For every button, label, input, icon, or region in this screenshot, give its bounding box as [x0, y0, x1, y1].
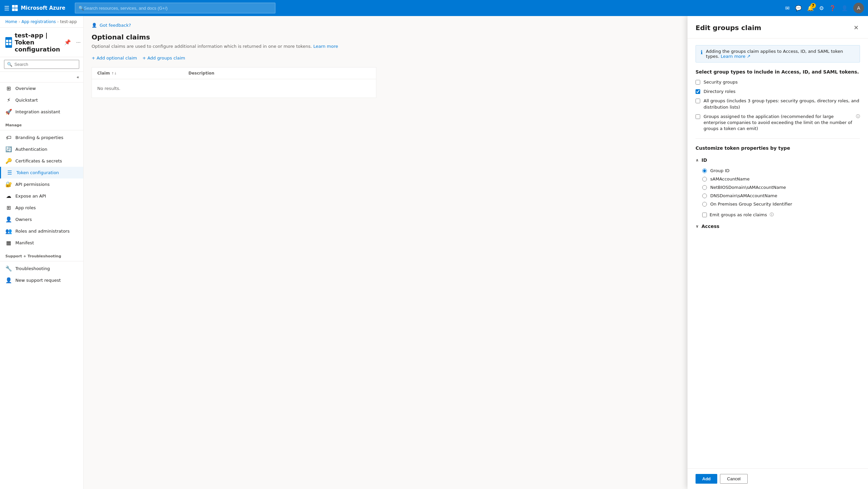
group-id-label[interactable]: Group ID: [710, 168, 730, 173]
panel-learn-more-link[interactable]: Learn more ↗: [721, 54, 750, 59]
sidebar-item-certificates[interactable]: 🔑 Certificates & secrets: [0, 155, 83, 167]
checkbox-directory-roles: Directory roles: [695, 89, 860, 95]
user-avatar[interactable]: A: [853, 3, 864, 13]
sam-account-radio[interactable]: [702, 177, 707, 182]
hamburger-icon[interactable]: ☰: [4, 5, 9, 12]
manage-divider: [0, 130, 83, 130]
notification-icon[interactable]: 🔔 7: [807, 5, 814, 11]
sidebar-item-api-permissions[interactable]: 🔐 API permissions: [0, 179, 83, 190]
info-banner: ℹ Adding the groups claim applies to Acc…: [695, 45, 860, 62]
app-name: Microsoft Azure: [21, 5, 65, 11]
group-types-label: Select group types to include in Access,…: [695, 69, 860, 74]
learn-more-link[interactable]: Learn more: [313, 44, 338, 49]
page-title-icon: [5, 37, 12, 48]
feedback2-icon[interactable]: 👤: [841, 5, 848, 11]
groups-assigned-info-icon[interactable]: ⓘ: [856, 114, 860, 119]
support-section-label: Support + Troubleshooting: [0, 249, 83, 260]
directory-roles-label[interactable]: Directory roles: [704, 89, 735, 95]
dns-radio[interactable]: [702, 193, 707, 198]
action-bar: + Add optional claim + Add groups claim: [92, 56, 376, 61]
breadcrumb-sep-2: ›: [57, 20, 59, 24]
sidebar-search-field[interactable]: 🔍: [4, 60, 79, 69]
sidebar-item-expose-api[interactable]: ☁ Expose an API: [0, 190, 83, 202]
sidebar-item-troubleshooting[interactable]: 🔧 Troubleshooting: [0, 263, 83, 274]
more-button[interactable]: ···: [75, 38, 82, 47]
emit-groups-label[interactable]: Emit groups as role claims: [710, 212, 767, 217]
page-title-bar: test-app | Token configuration 📌 ···: [0, 28, 83, 57]
on-premises-label[interactable]: On Premises Group Security Identifier: [710, 202, 792, 207]
sidebar-item-manifest[interactable]: ▦ Manifest: [0, 237, 83, 249]
netbios-radio[interactable]: [702, 185, 707, 190]
sidebar-item-label: Integration assistant: [16, 109, 60, 114]
breadcrumb-home[interactable]: Home: [5, 20, 17, 24]
cancel-button[interactable]: Cancel: [720, 474, 747, 484]
customize-label: Customize token properties by type: [695, 145, 860, 151]
groups-assigned-label[interactable]: Groups assigned to the application (reco…: [704, 114, 852, 132]
sidebar-item-label: Troubleshooting: [16, 266, 50, 271]
sidebar-collapse-button[interactable]: «: [0, 72, 83, 83]
section-description: Optional claims are used to configure ad…: [92, 44, 376, 49]
emit-groups-checkbox[interactable]: [702, 213, 707, 217]
panel-divider: [695, 139, 860, 139]
security-groups-checkbox[interactable]: [695, 80, 700, 85]
branding-icon: 🏷: [5, 134, 12, 141]
panel-body: ℹ Adding the groups claim applies to Acc…: [687, 38, 868, 468]
breadcrumb-app-reg[interactable]: App registrations: [21, 20, 56, 24]
sidebar-item-roles-admin[interactable]: 👥 Roles and administrators: [0, 225, 83, 237]
sidebar-item-app-roles[interactable]: ⊞ App roles: [0, 202, 83, 214]
sidebar-item-integration[interactable]: 🚀 Integration assistant: [0, 106, 83, 118]
overview-icon: ⊞: [5, 85, 12, 92]
access-section: ∨ Access: [695, 222, 860, 231]
security-groups-label[interactable]: Security groups: [704, 79, 738, 85]
global-search-input[interactable]: [84, 6, 272, 11]
panel-footer: Add Cancel: [687, 468, 868, 489]
panel-close-button[interactable]: ✕: [852, 23, 860, 33]
checkbox-all-groups: All groups (includes 3 group types: secu…: [695, 98, 860, 110]
sidebar-item-authentication[interactable]: 🔄 Authentication: [0, 143, 83, 155]
id-section-header[interactable]: ∧ ID: [695, 155, 860, 165]
all-groups-label[interactable]: All groups (includes 3 group types: secu…: [704, 98, 860, 110]
add-button[interactable]: Add: [695, 474, 717, 484]
sidebar-item-overview[interactable]: ⊞ Overview: [0, 83, 83, 94]
expose-icon: ☁: [5, 193, 12, 199]
sidebar-item-new-support[interactable]: 👤 New support request: [0, 274, 83, 286]
sidebar-item-quickstart[interactable]: ⚡ Quickstart: [0, 94, 83, 106]
radio-on-premises: On Premises Group Security Identifier: [702, 202, 860, 207]
help-icon[interactable]: ❓: [829, 5, 836, 11]
table-empty-message: No results.: [92, 79, 376, 98]
sidebar-item-label: Token configuration: [17, 170, 59, 175]
breadcrumb-current: test-app: [60, 20, 77, 24]
email-icon[interactable]: ✉: [785, 5, 789, 11]
page-title: test-app | Token configuration: [15, 32, 60, 53]
add-groups-claim-link[interactable]: + Add groups claim: [143, 56, 185, 61]
owners-icon: 👤: [5, 216, 12, 223]
sidebar-search-input[interactable]: [14, 62, 76, 67]
sam-account-label[interactable]: sAMAccountName: [710, 177, 750, 182]
breadcrumb-sep-1: ›: [19, 20, 20, 24]
on-premises-radio[interactable]: [702, 202, 707, 207]
troubleshooting-icon: 🔧: [5, 265, 12, 272]
sidebar-item-owners[interactable]: 👤 Owners: [0, 214, 83, 225]
directory-roles-checkbox[interactable]: [695, 89, 700, 94]
access-section-header[interactable]: ∨ Access: [695, 224, 860, 229]
claim-column-header[interactable]: Claim ↑↓: [97, 71, 188, 75]
all-groups-checkbox[interactable]: [695, 99, 700, 103]
feedback-bar: 👤 Got feedback?: [92, 23, 376, 28]
group-id-radio[interactable]: [702, 169, 707, 173]
settings-icon[interactable]: ⚙: [819, 5, 824, 11]
groups-assigned-checkbox[interactable]: [695, 114, 700, 119]
netbios-label[interactable]: NetBIOSDomain\sAMAccountName: [710, 185, 786, 190]
add-optional-claim-link[interactable]: + Add optional claim: [92, 56, 137, 61]
emit-groups-info-icon[interactable]: ⓘ: [770, 212, 774, 218]
pin-button[interactable]: 📌: [63, 38, 72, 47]
sidebar-item-branding[interactable]: 🏷 Branding & properties: [0, 132, 83, 143]
sidebar-item-token-configuration[interactable]: ☰ Token configuration: [0, 167, 83, 179]
dns-label[interactable]: DNSDomain\sAMAccountName: [710, 193, 777, 198]
page-title-actions: 📌 ···: [63, 38, 82, 47]
feedback-icon[interactable]: 💬: [795, 5, 802, 11]
checkbox-groups-assigned: Groups assigned to the application (reco…: [695, 114, 860, 132]
global-search-bar[interactable]: 🔍: [75, 3, 275, 13]
feedback-link[interactable]: Got feedback?: [100, 23, 131, 28]
id-section: ∧ ID Group ID sAMAccountName NetBIOSDoma…: [695, 155, 860, 218]
quickstart-icon: ⚡: [5, 97, 12, 103]
